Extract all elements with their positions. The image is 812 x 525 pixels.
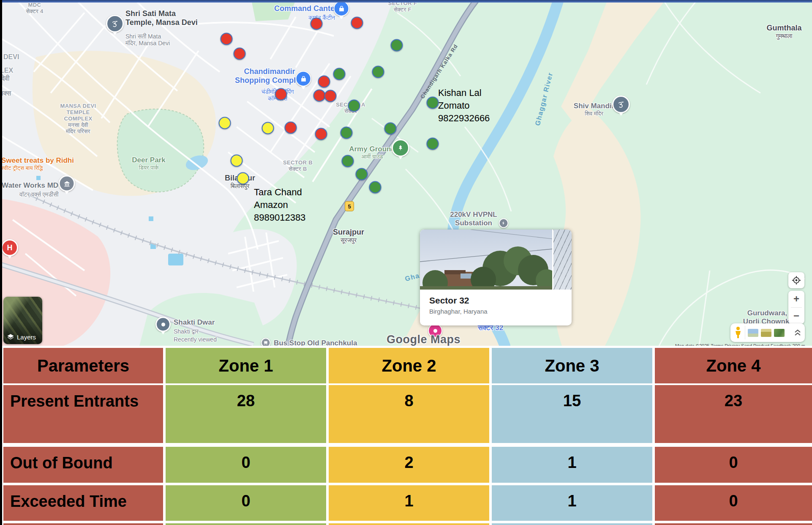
entrant-annotation: Kishan LalZomato9822932666 [438, 87, 490, 125]
photo-thumb-2[interactable] [761, 329, 771, 337]
om-pin[interactable] [106, 15, 124, 33]
table-value: 1 [329, 485, 489, 521]
table-partial-row [3, 523, 812, 525]
bus-pin[interactable] [261, 338, 271, 346]
entrant-marker-green[interactable] [342, 155, 354, 167]
table-value: 28 [166, 385, 326, 443]
entrant-marker-yellow[interactable] [231, 155, 243, 167]
map-label: SECTOR Bसेक्टर B [283, 160, 313, 172]
table-row: Exceeded Time0110 [3, 485, 812, 521]
entrant-marker-yellow[interactable] [262, 122, 274, 134]
place-photo-secondary[interactable] [553, 230, 572, 290]
map-label: Sweet treats by Ridhiस्वीट ट्रीट्स बाय र… [1, 156, 74, 171]
locate-icon [792, 276, 801, 285]
zoom-control: + − [788, 291, 804, 324]
map-label: Shakti द्वार [174, 328, 199, 335]
map-label: Recently viewed [174, 336, 217, 343]
bank-pin[interactable] [59, 175, 75, 192]
map-label: Command Canteen [274, 4, 343, 13]
row-label: Present Entrants [3, 385, 163, 443]
entrant-marker-red[interactable] [311, 18, 323, 30]
map-label: Bus Stop Old Panchkula [274, 339, 357, 346]
entrant-marker-green[interactable] [427, 97, 439, 109]
bag-icon [334, 1, 349, 16]
entrant-marker-red[interactable] [351, 17, 363, 29]
entrant-marker-red[interactable] [221, 33, 233, 45]
map-label: वॉटर वर्क्स एमडीसी [19, 191, 58, 198]
entrant-marker-green[interactable] [333, 68, 346, 80]
entrant-marker-red[interactable] [324, 90, 337, 102]
entrant-marker-red[interactable] [234, 48, 246, 60]
entrant-marker-green[interactable] [372, 66, 384, 78]
annotation-line: Tara Chand [254, 186, 305, 199]
map-label: Shri सती Mataमंदिर, Mansa Devi [125, 33, 170, 46]
col-header-zone-1: Zone 1 [166, 348, 326, 383]
entrant-marker-red[interactable] [315, 128, 327, 140]
substation-pin[interactable] [499, 218, 509, 228]
row-label: Exceeded Time [3, 485, 163, 521]
entrant-marker-red[interactable] [285, 122, 297, 134]
hospital-pin[interactable]: H [1, 239, 18, 256]
table-header-row: ParametersZone 1Zone 2Zone 3Zone 4 [3, 348, 812, 383]
collapse-chevrons-icon[interactable] [794, 328, 801, 337]
map-label: Army Groundआर्मी ग्राउंड [349, 145, 395, 160]
row-label: Out of Bound [3, 447, 163, 483]
pegman-icon[interactable] [734, 326, 742, 339]
om-icon [106, 15, 124, 33]
tree-pin[interactable] [392, 139, 409, 157]
highway-shield: 5 [345, 201, 354, 211]
zoom-out-button[interactable]: − [788, 308, 804, 324]
shield5-pin[interactable]: 5 [345, 201, 354, 211]
layers-button[interactable]: Layers [3, 297, 42, 344]
map-label: ChandimandirShopping Complex [235, 67, 304, 85]
table-value: 15 [492, 385, 652, 443]
top-blue-bar [0, 0, 812, 3]
photo-thumb-3[interactable] [774, 329, 785, 337]
entrant-marker-green[interactable] [369, 181, 381, 194]
col-header-parameters: Parameters [3, 348, 163, 383]
entrant-marker-green[interactable] [427, 138, 439, 150]
dashboard: MDCसेक्टर 4SECTOR Fसेक्टर FSECTOR Aसेक्ट… [0, 0, 812, 525]
table-partial-cell [492, 523, 652, 525]
om-icon [612, 96, 630, 113]
entrant-marker-green[interactable] [384, 123, 397, 135]
entrant-marker-yellow[interactable] [219, 117, 231, 129]
annotation-line: Zomato [438, 99, 490, 112]
place-photo-card[interactable]: Sector 32 Birghaghar, Haryana [420, 230, 572, 325]
saved-icon [155, 317, 171, 332]
zoom-in-button[interactable]: + [788, 291, 804, 307]
my-location-button[interactable] [788, 272, 804, 288]
map-label: देवी [1, 75, 10, 82]
entrant-marker-green[interactable] [341, 127, 353, 139]
table-row: Present Entrants2881523 [3, 385, 812, 443]
table-value: 1 [492, 447, 652, 483]
table-value: 23 [655, 385, 812, 443]
left-black-edge [0, 0, 2, 525]
entrant-marker-green[interactable] [348, 100, 360, 112]
map-background [0, 0, 812, 346]
table-partial-cell [3, 523, 163, 525]
table-value: 0 [166, 447, 326, 483]
entrant-marker-green[interactable] [356, 168, 368, 180]
map-canvas[interactable]: MDCसेक्टर 4SECTOR Fसेक्टर FSECTOR Aसेक्ट… [0, 0, 812, 346]
place-photos[interactable] [420, 230, 572, 290]
bag-pin[interactable] [296, 71, 311, 87]
place-photo-main[interactable] [420, 230, 552, 290]
entrant-marker-green[interactable] [391, 39, 403, 52]
entrant-marker-red[interactable] [318, 76, 330, 88]
entrant-marker-red[interactable] [313, 90, 326, 102]
layers-label-row: Layers [3, 321, 42, 344]
table-value: 0 [166, 485, 326, 521]
om-pin[interactable] [612, 96, 630, 113]
map-attribution: Map data ©2025 Terms Privacy Send Produc… [675, 343, 805, 346]
map-label: Water Works MDC [2, 181, 63, 190]
photo-thumb-1[interactable] [748, 329, 758, 337]
saved-pin[interactable] [155, 317, 171, 332]
place-title: Sector 32 [429, 295, 572, 306]
annotation-line: Kishan Lal [438, 87, 490, 99]
entrant-marker-yellow[interactable] [237, 172, 249, 185]
entrant-marker-red[interactable] [275, 88, 287, 101]
bag-pin[interactable] [334, 1, 349, 16]
table-partial-cell [655, 523, 812, 525]
table-value: 0 [655, 485, 812, 521]
